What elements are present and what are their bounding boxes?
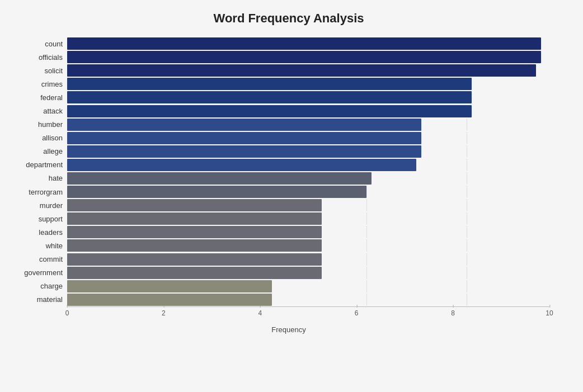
bar-track bbox=[67, 159, 566, 171]
bar-fill bbox=[67, 119, 421, 131]
bar-fill bbox=[67, 145, 421, 158]
bar-row: terrorgram bbox=[11, 185, 566, 199]
bar-label: government bbox=[11, 268, 67, 277]
bar-track bbox=[67, 51, 566, 63]
bar-fill bbox=[67, 280, 272, 292]
bar-track bbox=[67, 226, 566, 238]
bar-track bbox=[67, 172, 566, 185]
bar-label: murder bbox=[11, 201, 67, 210]
bar-row: allison bbox=[11, 131, 566, 145]
bar-track bbox=[67, 119, 566, 131]
bar-fill bbox=[67, 91, 472, 103]
bar-label: material bbox=[11, 295, 67, 304]
bar-label: leaders bbox=[11, 228, 67, 237]
bar-track bbox=[67, 64, 566, 77]
x-tick: 10 bbox=[546, 309, 553, 317]
bar-track bbox=[67, 294, 566, 306]
bar-track bbox=[67, 78, 566, 90]
bar-label: federal bbox=[11, 93, 67, 102]
bar-label: support bbox=[11, 215, 67, 223]
bar-fill bbox=[67, 199, 322, 211]
x-axis-label: Frequency bbox=[11, 325, 566, 334]
bar-track bbox=[67, 199, 566, 211]
bar-fill bbox=[67, 294, 272, 306]
bar-row: leaders bbox=[11, 225, 566, 239]
x-tick: 2 bbox=[162, 309, 166, 317]
bar-label: count bbox=[11, 40, 67, 48]
bar-track bbox=[67, 280, 566, 292]
bar-fill bbox=[67, 172, 372, 185]
x-tick: 4 bbox=[258, 309, 262, 317]
bar-label: commit bbox=[11, 255, 67, 263]
bar-row: crimes bbox=[11, 77, 566, 91]
bar-row: count bbox=[11, 37, 566, 50]
bar-row: murder bbox=[11, 199, 566, 212]
bar-row: humber bbox=[11, 118, 566, 131]
bar-label: solicit bbox=[11, 67, 67, 75]
bar-row: white bbox=[11, 239, 566, 252]
bar-fill bbox=[67, 51, 541, 63]
bar-track bbox=[67, 253, 566, 266]
bar-fill bbox=[67, 212, 322, 225]
bar-track bbox=[67, 37, 566, 50]
bar-fill bbox=[67, 132, 421, 144]
bar-label: attack bbox=[11, 107, 67, 115]
bar-fill bbox=[67, 64, 536, 77]
bar-fill bbox=[67, 267, 322, 279]
bar-row: commit bbox=[11, 253, 566, 266]
bar-fill bbox=[67, 78, 472, 90]
bar-fill bbox=[67, 159, 416, 171]
bar-track bbox=[67, 212, 566, 225]
bar-track bbox=[67, 91, 566, 103]
bar-track bbox=[67, 267, 566, 279]
bar-fill bbox=[67, 37, 541, 50]
bar-label: allison bbox=[11, 134, 67, 142]
bar-label: charge bbox=[11, 282, 67, 290]
bar-label: humber bbox=[11, 120, 67, 129]
x-tick: 8 bbox=[451, 309, 455, 317]
bar-fill bbox=[67, 239, 322, 252]
bar-label: officials bbox=[11, 53, 67, 62]
bar-label: allege bbox=[11, 147, 67, 155]
bar-row: hate bbox=[11, 172, 566, 185]
bar-row: solicit bbox=[11, 64, 566, 77]
bar-fill bbox=[67, 253, 322, 266]
bar-track bbox=[67, 145, 566, 158]
bar-label: white bbox=[11, 242, 67, 250]
bar-label: hate bbox=[11, 174, 67, 182]
x-tick: 0 bbox=[65, 309, 69, 317]
bar-row: attack bbox=[11, 104, 566, 117]
bar-row: material bbox=[11, 293, 566, 306]
bar-fill bbox=[67, 105, 472, 117]
bar-track bbox=[67, 239, 566, 252]
bar-fill bbox=[67, 226, 322, 238]
bar-row: support bbox=[11, 212, 566, 225]
bar-row: federal bbox=[11, 91, 566, 104]
bar-row: department bbox=[11, 158, 566, 172]
bar-label: department bbox=[11, 160, 67, 169]
bar-row: charge bbox=[11, 280, 566, 293]
chart-container: Word Frequency Analysis countofficialsso… bbox=[0, 0, 583, 392]
bar-row: allege bbox=[11, 145, 566, 158]
bar-row: officials bbox=[11, 50, 566, 64]
chart-title: Word Frequency Analysis bbox=[11, 11, 566, 26]
bar-row: government bbox=[11, 266, 566, 280]
bar-track bbox=[67, 186, 566, 198]
bar-label: crimes bbox=[11, 80, 67, 88]
bar-fill bbox=[67, 186, 366, 198]
bar-track bbox=[67, 132, 566, 144]
bar-track bbox=[67, 105, 566, 117]
x-tick: 6 bbox=[355, 309, 359, 317]
bar-label: terrorgram bbox=[11, 188, 67, 196]
